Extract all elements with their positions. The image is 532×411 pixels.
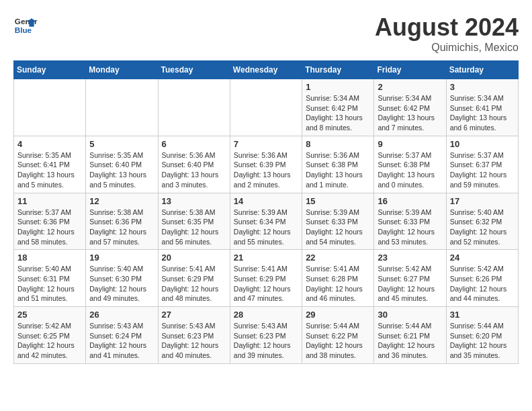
weekday-header-saturday: Saturday bbox=[446, 61, 518, 79]
day-detail: Sunrise: 5:44 AM Sunset: 6:20 PM Dayligh… bbox=[450, 321, 515, 361]
week-row-2: 4Sunrise: 5:35 AM Sunset: 6:41 PM Daylig… bbox=[14, 136, 519, 193]
weekday-header-wednesday: Wednesday bbox=[230, 61, 302, 79]
page-header: General Blue August 2024 Quimichis, Mexi… bbox=[13, 13, 519, 54]
calendar-cell: 15Sunrise: 5:39 AM Sunset: 6:33 PM Dayli… bbox=[302, 193, 374, 250]
calendar-cell bbox=[158, 79, 230, 136]
day-number: 9 bbox=[378, 139, 442, 149]
day-number: 11 bbox=[17, 196, 82, 206]
calendar-cell bbox=[230, 79, 302, 136]
day-number: 24 bbox=[450, 253, 515, 263]
day-detail: Sunrise: 5:40 AM Sunset: 6:31 PM Dayligh… bbox=[17, 264, 82, 304]
day-detail: Sunrise: 5:34 AM Sunset: 6:42 PM Dayligh… bbox=[378, 93, 442, 133]
day-detail: Sunrise: 5:43 AM Sunset: 6:24 PM Dayligh… bbox=[89, 321, 154, 361]
calendar-cell: 21Sunrise: 5:41 AM Sunset: 6:29 PM Dayli… bbox=[230, 250, 302, 307]
calendar-cell: 25Sunrise: 5:42 AM Sunset: 6:25 PM Dayli… bbox=[14, 307, 86, 364]
day-number: 31 bbox=[450, 310, 515, 320]
calendar-cell: 4Sunrise: 5:35 AM Sunset: 6:41 PM Daylig… bbox=[14, 136, 86, 193]
calendar-cell: 27Sunrise: 5:43 AM Sunset: 6:23 PM Dayli… bbox=[158, 307, 230, 364]
day-detail: Sunrise: 5:39 AM Sunset: 6:33 PM Dayligh… bbox=[378, 208, 442, 247]
calendar-cell: 30Sunrise: 5:44 AM Sunset: 6:21 PM Dayli… bbox=[374, 307, 446, 364]
logo: General Blue bbox=[13, 13, 38, 38]
calendar-cell: 14Sunrise: 5:39 AM Sunset: 6:34 PM Dayli… bbox=[230, 193, 302, 250]
calendar-cell: 29Sunrise: 5:44 AM Sunset: 6:22 PM Dayli… bbox=[302, 307, 374, 364]
day-number: 29 bbox=[306, 310, 370, 320]
day-number: 21 bbox=[234, 253, 298, 263]
calendar-cell: 28Sunrise: 5:43 AM Sunset: 6:23 PM Dayli… bbox=[230, 307, 302, 364]
calendar-cell: 3Sunrise: 5:34 AM Sunset: 6:41 PM Daylig… bbox=[446, 79, 518, 136]
day-number: 16 bbox=[378, 196, 442, 206]
day-detail: Sunrise: 5:36 AM Sunset: 6:38 PM Dayligh… bbox=[306, 150, 370, 190]
calendar-cell: 6Sunrise: 5:36 AM Sunset: 6:40 PM Daylig… bbox=[158, 136, 230, 193]
week-row-1: 1Sunrise: 5:34 AM Sunset: 6:42 PM Daylig… bbox=[14, 79, 519, 136]
day-number: 30 bbox=[378, 310, 442, 320]
day-number: 1 bbox=[306, 82, 370, 92]
day-number: 17 bbox=[450, 196, 515, 206]
weekday-header-thursday: Thursday bbox=[302, 61, 374, 79]
day-detail: Sunrise: 5:42 AM Sunset: 6:27 PM Dayligh… bbox=[378, 264, 442, 304]
day-number: 15 bbox=[306, 196, 370, 206]
day-number: 7 bbox=[234, 139, 298, 149]
day-number: 25 bbox=[17, 310, 82, 320]
calendar-cell: 9Sunrise: 5:37 AM Sunset: 6:38 PM Daylig… bbox=[374, 136, 446, 193]
logo-icon: General Blue bbox=[13, 13, 38, 38]
title-block: August 2024 Quimichis, Mexico bbox=[375, 13, 519, 54]
day-detail: Sunrise: 5:39 AM Sunset: 6:33 PM Dayligh… bbox=[306, 208, 370, 247]
day-number: 3 bbox=[450, 82, 515, 92]
day-number: 6 bbox=[162, 139, 226, 149]
day-number: 23 bbox=[378, 253, 442, 263]
day-number: 26 bbox=[89, 310, 154, 320]
week-row-3: 11Sunrise: 5:37 AM Sunset: 6:36 PM Dayli… bbox=[14, 193, 519, 250]
day-number: 13 bbox=[162, 196, 226, 206]
calendar-cell bbox=[14, 79, 86, 136]
day-detail: Sunrise: 5:37 AM Sunset: 6:37 PM Dayligh… bbox=[450, 150, 515, 190]
calendar-cell: 13Sunrise: 5:38 AM Sunset: 6:35 PM Dayli… bbox=[158, 193, 230, 250]
calendar-cell: 1Sunrise: 5:34 AM Sunset: 6:42 PM Daylig… bbox=[302, 79, 374, 136]
calendar-cell: 12Sunrise: 5:38 AM Sunset: 6:36 PM Dayli… bbox=[86, 193, 158, 250]
day-detail: Sunrise: 5:37 AM Sunset: 6:38 PM Dayligh… bbox=[378, 150, 442, 190]
calendar-cell: 17Sunrise: 5:40 AM Sunset: 6:32 PM Dayli… bbox=[446, 193, 518, 250]
weekday-header-monday: Monday bbox=[86, 61, 158, 79]
day-detail: Sunrise: 5:38 AM Sunset: 6:36 PM Dayligh… bbox=[89, 208, 154, 247]
day-detail: Sunrise: 5:34 AM Sunset: 6:41 PM Dayligh… bbox=[450, 93, 515, 133]
calendar-cell: 8Sunrise: 5:36 AM Sunset: 6:38 PM Daylig… bbox=[302, 136, 374, 193]
day-detail: Sunrise: 5:44 AM Sunset: 6:21 PM Dayligh… bbox=[378, 321, 442, 361]
day-number: 12 bbox=[89, 196, 154, 206]
week-row-4: 18Sunrise: 5:40 AM Sunset: 6:31 PM Dayli… bbox=[14, 250, 519, 307]
calendar-cell: 2Sunrise: 5:34 AM Sunset: 6:42 PM Daylig… bbox=[374, 79, 446, 136]
day-number: 27 bbox=[162, 310, 226, 320]
day-detail: Sunrise: 5:43 AM Sunset: 6:23 PM Dayligh… bbox=[234, 321, 298, 361]
day-number: 10 bbox=[450, 139, 515, 149]
day-detail: Sunrise: 5:35 AM Sunset: 6:40 PM Dayligh… bbox=[89, 150, 154, 190]
day-number: 2 bbox=[378, 82, 442, 92]
day-detail: Sunrise: 5:34 AM Sunset: 6:42 PM Dayligh… bbox=[306, 93, 370, 133]
day-number: 28 bbox=[234, 310, 298, 320]
day-detail: Sunrise: 5:40 AM Sunset: 6:32 PM Dayligh… bbox=[450, 208, 515, 247]
day-detail: Sunrise: 5:41 AM Sunset: 6:28 PM Dayligh… bbox=[306, 264, 370, 304]
calendar-cell: 22Sunrise: 5:41 AM Sunset: 6:28 PM Dayli… bbox=[302, 250, 374, 307]
calendar-cell: 23Sunrise: 5:42 AM Sunset: 6:27 PM Dayli… bbox=[374, 250, 446, 307]
week-row-5: 25Sunrise: 5:42 AM Sunset: 6:25 PM Dayli… bbox=[14, 307, 519, 364]
weekday-header-tuesday: Tuesday bbox=[158, 61, 230, 79]
calendar-cell: 24Sunrise: 5:42 AM Sunset: 6:26 PM Dayli… bbox=[446, 250, 518, 307]
day-detail: Sunrise: 5:42 AM Sunset: 6:26 PM Dayligh… bbox=[450, 264, 515, 304]
day-detail: Sunrise: 5:41 AM Sunset: 6:29 PM Dayligh… bbox=[162, 264, 226, 304]
day-number: 5 bbox=[89, 139, 154, 149]
calendar-cell: 10Sunrise: 5:37 AM Sunset: 6:37 PM Dayli… bbox=[446, 136, 518, 193]
calendar-cell: 5Sunrise: 5:35 AM Sunset: 6:40 PM Daylig… bbox=[86, 136, 158, 193]
calendar-cell: 11Sunrise: 5:37 AM Sunset: 6:36 PM Dayli… bbox=[14, 193, 86, 250]
calendar-cell: 26Sunrise: 5:43 AM Sunset: 6:24 PM Dayli… bbox=[86, 307, 158, 364]
day-detail: Sunrise: 5:43 AM Sunset: 6:23 PM Dayligh… bbox=[162, 321, 226, 361]
day-number: 8 bbox=[306, 139, 370, 149]
calendar-cell: 20Sunrise: 5:41 AM Sunset: 6:29 PM Dayli… bbox=[158, 250, 230, 307]
day-detail: Sunrise: 5:38 AM Sunset: 6:35 PM Dayligh… bbox=[162, 208, 226, 247]
calendar-cell: 7Sunrise: 5:36 AM Sunset: 6:39 PM Daylig… bbox=[230, 136, 302, 193]
day-detail: Sunrise: 5:36 AM Sunset: 6:39 PM Dayligh… bbox=[234, 150, 298, 190]
location: Quimichis, Mexico bbox=[375, 42, 519, 54]
day-detail: Sunrise: 5:42 AM Sunset: 6:25 PM Dayligh… bbox=[17, 321, 82, 361]
day-number: 4 bbox=[17, 139, 82, 149]
day-detail: Sunrise: 5:41 AM Sunset: 6:29 PM Dayligh… bbox=[234, 264, 298, 304]
calendar-cell: 31Sunrise: 5:44 AM Sunset: 6:20 PM Dayli… bbox=[446, 307, 518, 364]
day-number: 18 bbox=[17, 253, 82, 263]
weekday-header-sunday: Sunday bbox=[14, 61, 86, 79]
day-number: 20 bbox=[162, 253, 226, 263]
